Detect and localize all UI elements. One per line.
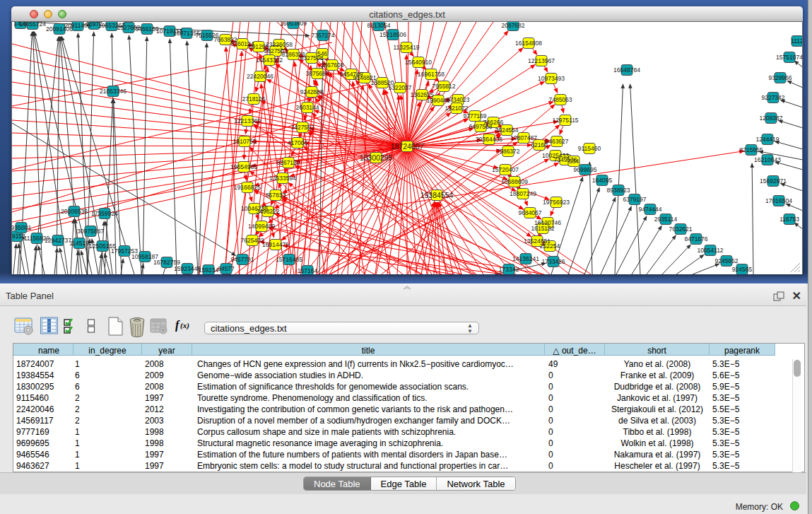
svg-text:10807487: 10807487 (510, 134, 537, 141)
svg-text:9474444: 9474444 (638, 206, 661, 213)
svg-text:252254: 252254 (540, 243, 560, 250)
svg-text:3875685: 3875685 (305, 70, 329, 77)
svg-text:16053809: 16053809 (280, 22, 307, 27)
svg-text:1610755: 1610755 (233, 138, 256, 145)
svg-text:173342: 173342 (499, 266, 519, 273)
svg-text:6379197: 6379197 (623, 196, 646, 203)
svg-text:10973493: 10973493 (538, 75, 565, 82)
svg-text:584: 584 (569, 158, 579, 165)
svg-text:20364436: 20364436 (476, 136, 502, 143)
svg-text:16648784: 16648784 (613, 66, 640, 74)
svg-text:16914479: 16914479 (262, 241, 289, 248)
svg-text:12213967: 12213967 (528, 57, 555, 64)
svg-text:18807249: 18807249 (510, 190, 536, 197)
svg-text:9684067: 9684067 (518, 209, 541, 216)
svg-text:7632621: 7632621 (669, 226, 692, 233)
svg-text:1615132: 1615132 (531, 225, 554, 232)
svg-text:16154808: 16154808 (515, 40, 542, 47)
svg-text:10654112: 10654112 (697, 247, 723, 254)
svg-text:15716485: 15716485 (276, 256, 302, 263)
svg-text:8267130: 8267130 (276, 159, 300, 166)
svg-text:19166825: 19166825 (234, 184, 261, 191)
svg-text:15923446: 15923446 (174, 265, 201, 272)
svg-text:6466160: 6466160 (135, 25, 158, 33)
svg-text:8938923: 8938923 (606, 187, 630, 194)
svg-text:8215955: 8215955 (739, 146, 763, 153)
svg-text:2603144: 2603144 (295, 104, 319, 111)
svg-text:1621072: 1621072 (445, 105, 468, 112)
svg-text:417006: 417006 (288, 139, 308, 146)
svg-text:2718126: 2718126 (242, 95, 265, 103)
svg-text:924565: 924565 (732, 266, 753, 273)
svg-text:9227342: 9227342 (761, 94, 784, 101)
svg-text:15720407: 15720407 (492, 166, 519, 173)
svg-text:14136141: 14136141 (512, 255, 539, 262)
svg-text:5322037: 5322037 (388, 84, 411, 91)
svg-text:2935114: 2935114 (654, 216, 678, 223)
svg-text:14099489: 14099489 (248, 223, 275, 230)
svg-text:6734023: 6734023 (446, 96, 469, 103)
svg-text:30975887: 30975887 (77, 228, 104, 235)
svg-text:21053346: 21053346 (100, 88, 126, 95)
svg-text:15218506: 15218506 (379, 31, 406, 38)
svg-text:935001: 935001 (12, 224, 31, 231)
svg-text:19756923: 19756923 (543, 199, 570, 206)
svg-text:8813054: 8813054 (367, 22, 390, 29)
svg-text:16961758: 16961758 (418, 71, 445, 78)
svg-text:19384554: 19384554 (420, 191, 454, 199)
svg-text:62160: 62160 (531, 141, 548, 148)
svg-text:11325419: 11325419 (393, 44, 419, 51)
svg-text:7357274: 7357274 (311, 32, 334, 39)
svg-text:7485063: 7485063 (548, 96, 572, 103)
svg-text:20206536: 20206536 (61, 208, 88, 215)
svg-text:15751074: 15751074 (776, 54, 802, 61)
svg-text:12213369: 12213369 (234, 117, 261, 124)
svg-text:18724007: 18724007 (391, 142, 424, 151)
svg-text:94577: 94577 (218, 265, 235, 272)
svg-text:12942737: 12942737 (45, 237, 71, 244)
svg-text:19654985: 19654985 (230, 163, 257, 170)
svg-text:10688609: 10688609 (501, 178, 528, 185)
svg-text:f: f (175, 319, 180, 332)
svg-text:13533594: 13533594 (269, 175, 296, 182)
svg-text:9457791: 9457791 (230, 256, 254, 263)
svg-text:159234: 159234 (199, 267, 219, 274)
svg-text:12975115: 12975115 (552, 117, 578, 124)
svg-text:22420046: 22420046 (247, 73, 273, 80)
svg-text:17359924: 17359924 (91, 210, 118, 217)
svg-text:9245652: 9245652 (714, 257, 738, 264)
svg-text:7625402: 7625402 (240, 237, 264, 244)
svg-text:3427552: 3427552 (290, 124, 314, 131)
svg-text:16543382: 16543382 (256, 57, 283, 64)
svg-text:114519: 114519 (69, 240, 89, 247)
svg-text:8471676: 8471676 (684, 235, 707, 243)
svg-text:2087682: 2087682 (501, 22, 524, 29)
svg-text:116753: 116753 (779, 216, 799, 223)
svg-text:3498222: 3498222 (256, 208, 279, 215)
svg-text:2867608: 2867608 (320, 62, 343, 69)
svg-text:9329966: 9329966 (768, 74, 792, 81)
svg-text:17016504: 17016504 (765, 197, 792, 204)
svg-text:15692971: 15692971 (760, 177, 787, 185)
svg-text:14055724: 14055724 (19, 22, 46, 28)
svg-text:546: 546 (317, 50, 327, 57)
svg-text:164095: 164095 (592, 177, 613, 184)
svg-text:9463627: 9463627 (545, 138, 568, 145)
svg-text:1733426: 1733426 (541, 258, 565, 265)
svg-text:16210643: 16210643 (754, 156, 781, 163)
svg-text:157164: 157164 (298, 267, 318, 274)
svg-text:(x): (x) (180, 321, 189, 330)
svg-text:7986372: 7986372 (496, 148, 519, 155)
svg-text:1112: 1112 (791, 37, 802, 45)
svg-text:7955812: 7955812 (432, 83, 455, 90)
svg-text:857833: 857833 (266, 192, 286, 199)
svg-text:6497568: 6497568 (469, 123, 492, 130)
svg-text:9242848: 9242848 (300, 88, 323, 95)
svg-text:18300295: 18300295 (360, 153, 393, 162)
svg-text:9699695: 9699695 (573, 166, 596, 173)
svg-text:9115460: 9115460 (578, 145, 601, 152)
svg-text:1209387: 1209387 (759, 115, 782, 122)
svg-text:15640910: 15640910 (405, 59, 432, 66)
svg-text:3624554: 3624554 (495, 127, 518, 134)
svg-text:1244419: 1244419 (755, 136, 779, 143)
